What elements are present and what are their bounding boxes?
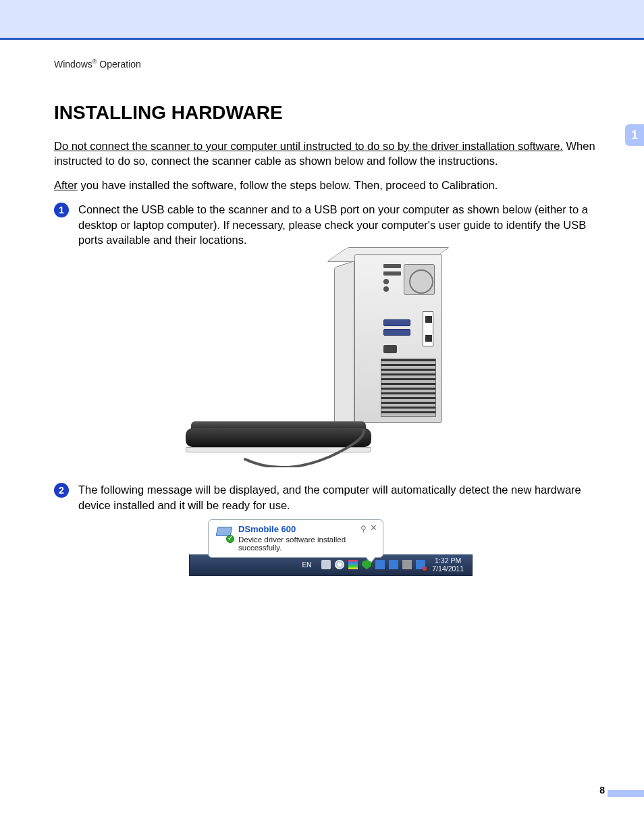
step-number-1: 1 — [54, 203, 69, 217]
header-rule — [0, 38, 644, 40]
tray-icon-1[interactable] — [375, 560, 385, 569]
taskbar-clock[interactable]: 1:32 PM 7/14/2011 — [428, 556, 468, 573]
language-indicator[interactable]: EN — [300, 561, 313, 569]
keyboard-icon[interactable] — [321, 560, 331, 569]
clock-time: 1:32 PM — [432, 556, 464, 565]
device-ok-icon — [215, 524, 233, 542]
registered-mark: ® — [92, 58, 97, 65]
breadcrumb: Windows® Operation — [54, 58, 608, 70]
power-icon[interactable] — [416, 560, 425, 569]
after-rest: you have installed the software, follow … — [80, 179, 498, 191]
step-number-2: 2 — [54, 483, 69, 498]
footer-accent — [608, 790, 644, 797]
chapter-number: 1 — [631, 128, 638, 142]
notification-message: Device driver software installed success… — [238, 536, 376, 552]
usb-cable-icon — [242, 429, 418, 467]
close-icon[interactable]: ✕ — [370, 523, 377, 533]
page-title: INSTALLING HARDWARE — [54, 102, 608, 124]
page-number: 8 — [599, 785, 605, 796]
figure-hardware — [186, 254, 476, 470]
intro-underlined: Do not connect the scanner to your compu… — [54, 140, 563, 152]
step-2-text: The following message will be displayed,… — [78, 482, 608, 513]
pin-icon: ⚲ — [360, 524, 367, 533]
computer-tower-icon — [334, 254, 449, 429]
after-underlined: After — [54, 179, 78, 191]
breadcrumb-os: Windows — [54, 59, 92, 70]
step-1-num: 1 — [59, 205, 64, 215]
breadcrumb-section: Operation — [99, 59, 140, 70]
balloon-notification: ⚲ ✕ DSmobile 600 Device driver software … — [208, 519, 383, 558]
figure-notification: ⚲ ✕ DSmobile 600 Device driver software … — [189, 519, 473, 576]
shield-icon[interactable] — [362, 560, 371, 569]
intro-paragraph-2: After you have installed the software, f… — [54, 178, 608, 192]
step-1-text: Connect the USB cable to the scanner and… — [78, 202, 608, 247]
step-2-num: 2 — [59, 485, 64, 496]
intro-paragraph-1: Do not connect the scanner to your compu… — [54, 138, 608, 169]
content-area: Windows® Operation INSTALLING HARDWARE D… — [54, 58, 608, 576]
clock-date: 7/14/2011 — [432, 565, 464, 573]
step-2: 2 The following message will be displaye… — [54, 482, 608, 513]
flag-icon[interactable] — [348, 560, 358, 569]
tray-icon-2[interactable] — [389, 560, 398, 569]
header-band — [0, 0, 644, 38]
step-1: 1 Connect the USB cable to the scanner a… — [54, 202, 608, 247]
tray-icon-3[interactable] — [402, 560, 412, 569]
disc-icon[interactable] — [335, 560, 344, 569]
chapter-tab: 1 — [625, 124, 644, 146]
notification-title: DSmobile 600 — [238, 524, 376, 534]
